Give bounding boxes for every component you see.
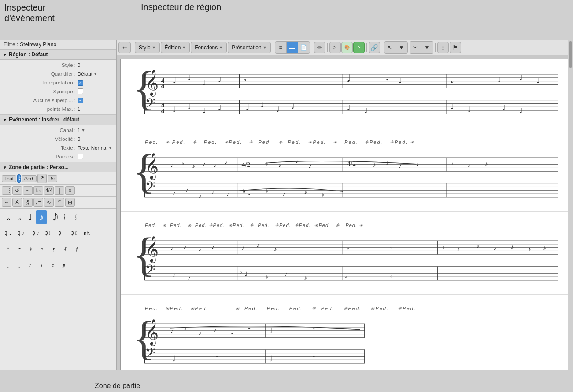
- rest-quarter[interactable]: 𝄽: [25, 242, 35, 256]
- zone-icon-section[interactable]: §: [23, 198, 33, 207]
- color-active-btn[interactable]: 🎨: [341, 42, 353, 53]
- zone-icon-tempo[interactable]: ♩=: [33, 198, 43, 207]
- scrollbar-track[interactable]: [568, 40, 573, 370]
- scissors-btn[interactable]: ✂: [410, 42, 421, 53]
- grace-note-3[interactable]: 𝆌: [25, 258, 35, 272]
- syncope-checkbox[interactable]: [78, 88, 83, 94]
- rest-half[interactable]: 𝄼: [13, 242, 24, 256]
- score-system-3: Ped. ✳ Ped. ✳ Ped. ✳Ped. ✳Ped. ✳ Ped. ✳P…: [121, 212, 569, 295]
- tool-pencil-btn[interactable]: ✏: [314, 42, 325, 53]
- grace-note-1[interactable]: 𝆊: [2, 258, 12, 272]
- style-label: Style: [139, 44, 151, 51]
- edition-btn[interactable]: Édition ▼: [161, 42, 190, 53]
- style-btn[interactable]: Style ▼: [135, 42, 160, 53]
- zone-icon-grid[interactable]: ⊞: [65, 198, 75, 207]
- grace-note-4[interactable]: 𝆍: [36, 258, 47, 272]
- zone-btn-tout[interactable]: Tout: [2, 175, 16, 182]
- zone-icon-time[interactable]: 4/4: [44, 186, 54, 195]
- zoom-btn[interactable]: ↕: [437, 42, 449, 53]
- dotted-note-2[interactable]: 3̣ ♪: [15, 226, 27, 240]
- svg-text:♩: ♩: [498, 76, 501, 83]
- rest-64th[interactable]: 𝅁: [70, 242, 81, 256]
- presentation-btn[interactable]: Présentation ▼: [228, 42, 270, 53]
- dotted-note-5[interactable]: 3̣ 𝆄: [55, 226, 67, 240]
- view-btn-score[interactable]: ▬: [287, 42, 298, 53]
- svg-text:♪: ♪: [282, 191, 285, 197]
- rest-16th[interactable]: 𝄿: [48, 242, 58, 256]
- color-green-btn[interactable]: >: [353, 42, 365, 53]
- zone-icon-barlines[interactable]: ‖: [55, 186, 64, 195]
- toolbar-sep-4: [327, 43, 328, 52]
- fonctions-btn[interactable]: Fonctions ▼: [191, 42, 227, 53]
- evenement-section-header[interactable]: ▼ Événement : Insérer...défaut: [0, 115, 116, 125]
- zone-icon-flat[interactable]: ♭♭: [33, 186, 43, 195]
- grace-note-2[interactable]: 𝆋: [13, 258, 24, 272]
- interpretation-checkbox[interactable]: ✓: [78, 80, 83, 86]
- evenement-paroles-label: Paroles :: [4, 154, 76, 159]
- paroles-checkbox[interactable]: [78, 154, 83, 159]
- svg-text:♪: ♪: [468, 162, 471, 169]
- zone-icon-trill[interactable]: ∿: [44, 198, 54, 207]
- dotted-note-3[interactable]: 3̣ 𝅘𝅥𝅯: [28, 226, 41, 240]
- fonctions-arrow: ▼: [219, 45, 223, 50]
- flag-btn[interactable]: ⚑: [450, 42, 461, 53]
- main-container: Filtre : Steinway Piano ▼ Région : Défau…: [0, 40, 573, 370]
- zone-icon-text[interactable]: A: [12, 198, 22, 207]
- quantifier-arrow[interactable]: ▼: [93, 72, 97, 76]
- note-16th[interactable]: 𝅘𝅥𝅯: [48, 210, 58, 224]
- svg-text:♩: ♩: [468, 106, 471, 113]
- dotted-note-6[interactable]: 3̣ 𝆅: [68, 226, 80, 240]
- note-half[interactable]: 𝅗: [13, 210, 24, 224]
- evenement-canal-value[interactable]: 1 ▼: [78, 128, 113, 133]
- zone-icon-repeat[interactable]: 𝄋: [65, 186, 75, 195]
- svg-text:♩: ♩: [173, 106, 176, 113]
- svg-text:–: –: [282, 76, 286, 84]
- svg-text:𝄢: 𝄢: [145, 263, 155, 280]
- zone-partie-section-header[interactable]: ▼ Zone de partie : Perso...: [0, 162, 116, 172]
- zone-icon-loop[interactable]: ↺: [12, 186, 22, 195]
- evenement-paroles-row: Paroles :: [0, 152, 116, 161]
- zone-btn-fp[interactable]: fp: [48, 175, 57, 182]
- cursor-select-btn[interactable]: ↖: [384, 42, 396, 53]
- scrollbar-thumb[interactable]: [569, 41, 572, 68]
- zone-icon-back[interactable]: ←: [2, 198, 11, 207]
- grace-note-5[interactable]: 𝆎: [48, 258, 58, 272]
- svg-text:♩: ♩: [536, 77, 540, 84]
- texte-arrow[interactable]: ▼: [108, 146, 112, 150]
- note-32nd[interactable]: 𝆃: [59, 210, 70, 224]
- grace-note-6[interactable]: 𝆏: [59, 258, 70, 272]
- color-palette-btn[interactable]: >: [329, 42, 341, 53]
- dotted-note-7[interactable]: nh.: [81, 226, 93, 240]
- score-area[interactable]: { 𝄞 4 4: [117, 55, 573, 370]
- scissors-arrow[interactable]: ▼: [421, 42, 433, 53]
- region-section-header[interactable]: ▼ Région : Défaut: [0, 50, 116, 60]
- zone-btn-ped[interactable]: Ped.: [22, 175, 37, 182]
- note-64th[interactable]: 𝆄: [70, 210, 81, 224]
- note-whole[interactable]: 𝅝: [2, 210, 12, 224]
- note-quarter[interactable]: ♩: [25, 210, 35, 224]
- svg-text:♪: ♪: [265, 274, 268, 280]
- view-btn-page[interactable]: 📄: [298, 42, 310, 53]
- rest-32nd[interactable]: 𝅀: [59, 242, 70, 256]
- zone-btn-note[interactable]: 𝄽: [17, 174, 21, 183]
- region-quantifier-value[interactable]: Défaut ▼: [78, 71, 113, 77]
- dotted-note-4[interactable]: 3̣ 𝆃: [41, 226, 54, 240]
- superp-checkbox[interactable]: ✓: [78, 98, 83, 103]
- evenement-texte-value[interactable]: Texte Normal ▼: [78, 145, 113, 150]
- svg-text:♪: ♪: [416, 161, 419, 168]
- canal-arrow[interactable]: ▼: [81, 128, 85, 132]
- link-btn[interactable]: 🔗: [369, 42, 380, 53]
- zone-btn-bass[interactable]: 𝄢: [37, 174, 47, 183]
- note-eighth[interactable]: ♪: [36, 210, 47, 224]
- cursor-arrow[interactable]: ▼: [396, 42, 407, 53]
- region-pmax-row: points Max. : 1: [0, 105, 116, 114]
- svg-text:♪: ♪: [224, 159, 227, 165]
- rest-eighth[interactable]: 𝄾: [36, 242, 47, 256]
- dotted-note-1[interactable]: 3̣ ♩: [2, 226, 14, 240]
- zone-icon-para[interactable]: ¶: [55, 198, 64, 207]
- back-btn[interactable]: ↩: [118, 42, 131, 53]
- zone-icon-split[interactable]: ⋮⋮: [2, 186, 11, 195]
- rest-whole[interactable]: 𝄻: [2, 242, 12, 256]
- view-btn-list[interactable]: ≡: [275, 42, 287, 53]
- zone-icon-tilde[interactable]: ~: [23, 186, 33, 195]
